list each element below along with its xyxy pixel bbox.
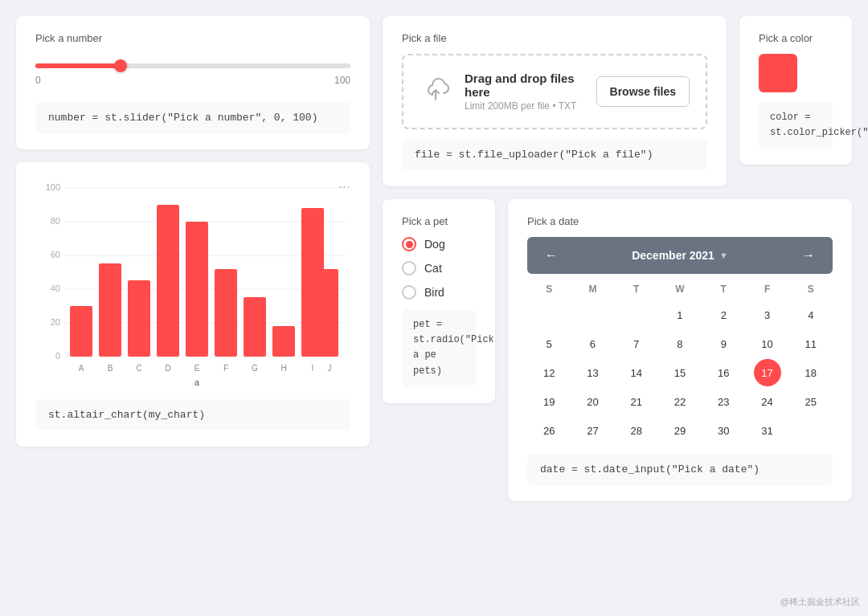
radio-code-line2: st.radio("Pick a pe — [413, 334, 494, 361]
svg-text:a: a — [194, 377, 200, 387]
cal-day-3[interactable]: 3 — [754, 301, 781, 328]
radio-circle-bird[interactable] — [402, 285, 416, 300]
color-code-line2: st.color_picker("Pi — [770, 127, 868, 138]
cal-day-10[interactable]: 10 — [754, 330, 781, 357]
cal-day-27[interactable]: 27 — [579, 417, 606, 444]
svg-rect-24 — [244, 297, 266, 357]
cal-day-25[interactable]: 25 — [797, 388, 825, 415]
radio-group: Dog Cat Bird — [402, 237, 476, 300]
color-swatch[interactable] — [759, 54, 797, 92]
dow-fri: F — [745, 280, 788, 298]
svg-rect-14 — [99, 263, 121, 357]
radio-code-line1: pet = — [413, 319, 442, 330]
slider-card: Pick a number 0 100 number = st.slider("… — [16, 16, 370, 149]
cal-day-5[interactable]: 5 — [535, 330, 563, 357]
svg-rect-30 — [321, 269, 338, 357]
svg-text:D: D — [165, 364, 170, 373]
radio-circle-dog[interactable] — [402, 237, 416, 251]
cal-day-31[interactable]: 31 — [754, 417, 781, 444]
radio-item-dog[interactable]: Dog — [402, 237, 476, 251]
file-uploader-card: Pick a file Drag and drop files here Lim… — [383, 16, 727, 186]
calendar-chevron-down-icon[interactable]: ▼ — [719, 251, 728, 260]
browse-files-button[interactable]: Browse files — [596, 76, 690, 107]
cal-day-2[interactable]: 2 — [710, 301, 737, 328]
slider-label: Pick a number — [35, 32, 350, 44]
cal-empty — [579, 301, 606, 328]
dow-sat: S — [789, 280, 833, 298]
dow-wed: W — [658, 280, 702, 298]
slider-track[interactable] — [35, 63, 350, 68]
svg-text:80: 80 — [51, 216, 60, 226]
drop-text-area: Drag and drop files here Limit 200MB per… — [465, 71, 583, 112]
calendar-header: ← December 2021 ▼ → — [527, 237, 833, 274]
svg-text:0: 0 — [55, 351, 60, 361]
cal-day-4[interactable]: 4 — [797, 301, 825, 328]
svg-rect-12 — [70, 306, 92, 357]
pet-radio-label: Pick a pet — [402, 215, 476, 227]
cal-empty — [623, 301, 650, 328]
cal-day-18[interactable]: 18 — [797, 359, 825, 386]
svg-text:60: 60 — [51, 250, 60, 259]
cal-day-6[interactable]: 6 — [579, 330, 606, 357]
radio-code: pet = st.radio("Pick a pe pets) — [402, 309, 476, 387]
cloud-upload-icon — [420, 74, 452, 109]
cal-day-23[interactable]: 23 — [710, 388, 737, 415]
bar-chart: 100 80 60 40 20 0 — [35, 178, 350, 387]
slider-max: 100 — [334, 75, 350, 86]
radio-label-cat: Cat — [424, 262, 442, 275]
radio-circle-cat[interactable] — [402, 261, 416, 275]
svg-text:100: 100 — [46, 182, 60, 192]
drag-text: Drag and drop files here — [465, 71, 583, 99]
cal-day-15[interactable]: 15 — [666, 359, 694, 386]
svg-text:20: 20 — [51, 317, 60, 327]
cal-day-28[interactable]: 28 — [623, 417, 650, 444]
cal-day-17[interactable]: 17 — [754, 359, 781, 386]
cal-day-12[interactable]: 12 — [535, 359, 563, 386]
drop-zone[interactable]: Drag and drop files here Limit 200MB per… — [402, 54, 707, 129]
slider-container[interactable]: 0 100 — [35, 54, 350, 92]
file-limit: Limit 200MB per file • TXT — [465, 100, 583, 112]
cal-day-26[interactable]: 26 — [535, 417, 563, 444]
cal-day-19[interactable]: 19 — [535, 388, 563, 415]
cal-day-24[interactable]: 24 — [754, 388, 781, 415]
svg-rect-26 — [272, 326, 295, 357]
pet-radio-card: Pick a pet Dog Cat Bird — [383, 199, 495, 403]
calendar-next-button[interactable]: → — [796, 245, 821, 266]
cal-day-13[interactable]: 13 — [579, 359, 606, 386]
svg-text:I: I — [312, 364, 314, 373]
cal-day-29[interactable]: 29 — [666, 417, 694, 444]
svg-text:B: B — [108, 364, 113, 373]
cal-day-30[interactable]: 30 — [710, 417, 737, 444]
calendar-month-text: December 2021 — [632, 249, 714, 262]
cal-day-20[interactable]: 20 — [579, 388, 606, 415]
color-picker-label: Pick a color — [759, 32, 833, 44]
cal-empty — [535, 301, 563, 328]
bottom-row: Pick a pet Dog Cat Bird — [383, 199, 852, 501]
cal-day-11[interactable]: 11 — [797, 330, 825, 357]
chart-code: st.altair_chart(my_chart) — [35, 399, 350, 430]
svg-text:A: A — [79, 364, 84, 373]
color-picker-card: Pick a color color = st.color_picker("Pi — [739, 16, 852, 165]
calendar-prev-button[interactable]: ← — [538, 245, 564, 266]
cal-day-14[interactable]: 14 — [623, 359, 650, 386]
cal-day-9[interactable]: 9 — [710, 330, 737, 357]
slider-thumb[interactable] — [114, 59, 127, 72]
svg-text:40: 40 — [51, 284, 60, 293]
radio-item-bird[interactable]: Bird — [402, 285, 476, 300]
svg-rect-18 — [157, 205, 179, 357]
slider-code: number = st.slider("Pick a number", 0, 1… — [35, 102, 350, 133]
dow-sun: S — [527, 280, 571, 298]
cal-day-8[interactable]: 8 — [666, 330, 694, 357]
file-uploader-code: file = st.file_uploader("Pick a file") — [402, 139, 707, 170]
cal-day-7[interactable]: 7 — [623, 330, 650, 357]
dow-thu: T — [702, 280, 745, 298]
cal-day-16[interactable]: 16 — [710, 359, 737, 386]
cal-day-21[interactable]: 21 — [623, 388, 650, 415]
radio-item-cat[interactable]: Cat — [402, 261, 476, 275]
calendar-label: Pick a date — [527, 215, 833, 227]
chart-options-icon[interactable]: ··· — [338, 178, 350, 195]
svg-rect-22 — [215, 269, 237, 357]
cal-day-22[interactable]: 22 — [666, 388, 694, 415]
calendar-month: December 2021 ▼ — [632, 249, 728, 262]
cal-day-1[interactable]: 1 — [666, 301, 694, 328]
